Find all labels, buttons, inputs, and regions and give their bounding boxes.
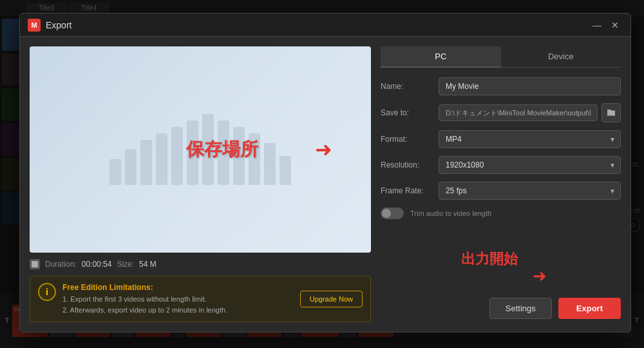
path-row — [439, 103, 621, 122]
framerate-select-wrap: 25 fps 30 fps 24 fps 60 fps ▼ — [439, 182, 621, 200]
path-input[interactable] — [439, 104, 598, 121]
trim-audio-label: Trim audio to video length — [410, 209, 491, 217]
output-annotation-area: 出力開始 ➜ — [381, 253, 621, 298]
warning-line1: 1. Export the first 3 videos without len… — [62, 294, 294, 305]
preview-info: Duration: 00:00:54 Size: 54 M — [30, 259, 371, 269]
duration-value: 00:00:54 — [82, 260, 112, 269]
resolution-row: Resolution: 1920x1080 1280x720 854x480 3… — [381, 156, 621, 174]
folder-button[interactable] — [601, 103, 621, 122]
film-bar — [279, 156, 291, 185]
format-label: Format: — [381, 135, 439, 144]
dialog-footer: Settings Export — [381, 298, 621, 322]
export-dialog: M Export — ✕ — [19, 13, 631, 333]
film-bar — [140, 140, 152, 185]
warning-content: Free Edition Limitations: 1. Export the … — [62, 283, 294, 315]
framerate-label: Frame Rate: — [381, 186, 439, 195]
warning-icon: i — [38, 283, 56, 301]
tab-device[interactable]: Device — [501, 46, 621, 68]
close-button[interactable]: ✕ — [607, 17, 623, 33]
app-logo: M — [28, 19, 41, 32]
name-row: Name: — [381, 77, 621, 95]
name-label: Name: — [381, 82, 439, 91]
format-row: Format: MP4 MOV AVI MKV WMV ▼ — [381, 130, 621, 148]
save-to-row: Save to: — [381, 103, 621, 122]
export-button[interactable]: Export — [558, 298, 621, 319]
preview-icon — [30, 259, 40, 269]
dialog-titlebar: M Export — ✕ — [20, 14, 630, 37]
preview-area: 保存場所 ➜ Duration: 00:00:54 Size: 54 M — [30, 46, 371, 322]
size-label: Size: — [117, 260, 134, 269]
save-location-annotation: 保存場所 — [186, 137, 258, 162]
video-preview: 保存場所 ➜ — [30, 46, 371, 253]
format-select-wrap: MP4 MOV AVI MKV WMV ▼ — [439, 130, 621, 148]
duration-label: Duration: — [45, 260, 77, 269]
trim-audio-row: Trim audio to video length — [381, 208, 621, 219]
film-bar — [109, 159, 121, 185]
resolution-select[interactable]: 1920x1080 1280x720 854x480 3840x2160 — [439, 156, 621, 174]
size-value: 54 M — [139, 260, 156, 269]
framerate-row: Frame Rate: 25 fps 30 fps 24 fps 60 fps … — [381, 182, 621, 200]
settings-panel: PC Device Name: Save to: — [381, 46, 621, 322]
start-export-annotation: 出力開始 — [461, 249, 518, 269]
format-select[interactable]: MP4 MOV AVI MKV WMV — [439, 130, 621, 148]
modal-overlay: M Export — ✕ — [0, 0, 644, 348]
film-bar — [264, 143, 276, 185]
dialog-title: Export — [46, 20, 587, 30]
trim-audio-toggle[interactable] — [381, 208, 404, 219]
film-bar — [156, 133, 167, 185]
svg-rect-0 — [32, 261, 38, 267]
film-bar — [171, 127, 183, 185]
resolution-select-wrap: 1920x1080 1280x720 854x480 3840x2160 ▼ — [439, 156, 621, 174]
export-arrow-icon: ➜ — [533, 266, 547, 286]
warning-box: i Free Edition Limitations: 1. Export th… — [30, 276, 371, 322]
resolution-label: Resolution: — [381, 160, 439, 169]
save-to-label: Save to: — [381, 108, 439, 117]
settings-button[interactable]: Settings — [489, 298, 552, 319]
warning-title: Free Edition Limitations: — [62, 283, 294, 292]
name-input[interactable] — [439, 77, 621, 95]
toggle-knob — [382, 209, 391, 218]
dialog-body: 保存場所 ➜ Duration: 00:00:54 Size: 54 M — [20, 37, 630, 332]
tab-pc[interactable]: PC — [381, 46, 501, 68]
tab-row: PC Device — [381, 46, 621, 68]
framerate-select[interactable]: 25 fps 30 fps 24 fps 60 fps — [439, 182, 621, 200]
upgrade-button[interactable]: Upgrade Now — [300, 291, 363, 307]
warning-line2: 2. Afterwards, export video up to 2 minu… — [62, 305, 294, 316]
save-location-arrow: ➜ — [315, 137, 332, 162]
minimize-button[interactable]: — — [589, 17, 605, 33]
film-bar — [125, 150, 137, 185]
